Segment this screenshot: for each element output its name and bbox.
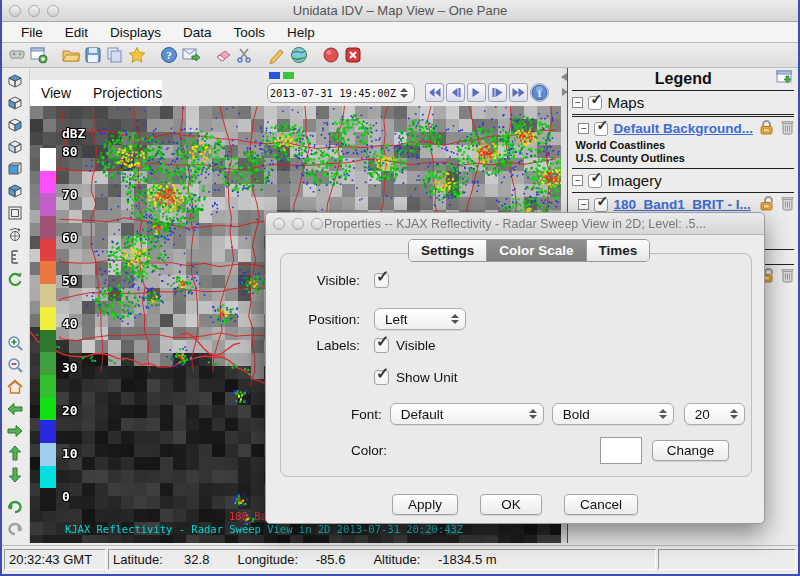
dashboard-icon[interactable] bbox=[6, 45, 28, 65]
redo-icon[interactable] bbox=[4, 518, 26, 540]
visible-checkbox[interactable]: ✓ bbox=[374, 273, 389, 288]
close-window-button[interactable] bbox=[9, 5, 21, 17]
color-scale-tick: 30 bbox=[62, 360, 78, 375]
collapse-imagery-icon[interactable]: − bbox=[572, 175, 583, 186]
band1-link[interactable]: 180_Band1_BRIT - I... bbox=[613, 197, 753, 212]
view-front-cube-icon[interactable] bbox=[4, 158, 26, 180]
rotate-view-icon[interactable] bbox=[4, 224, 26, 246]
vertical-scale-icon[interactable] bbox=[4, 246, 26, 268]
time-selector[interactable]: 2013-07-31 19:45:00Z bbox=[267, 83, 415, 103]
animation-controls: i bbox=[425, 83, 549, 102]
dialog-tabs: Settings Color Scale Times bbox=[408, 239, 650, 262]
maps-category-label: Maps bbox=[607, 94, 644, 111]
auto-rotate-icon[interactable] bbox=[4, 268, 26, 290]
trash-icon[interactable] bbox=[781, 119, 794, 139]
go-last-button[interactable] bbox=[509, 83, 528, 102]
cancel-button[interactable]: Cancel bbox=[564, 494, 638, 515]
apply-button[interactable]: Apply bbox=[392, 494, 458, 515]
font-label: Font: bbox=[351, 407, 382, 422]
dialog-minimize-button[interactable] bbox=[292, 218, 304, 230]
font-size-dropdown[interactable]: 20 bbox=[684, 403, 745, 425]
tab-settings[interactable]: Settings bbox=[409, 240, 487, 261]
step-forward-button[interactable] bbox=[488, 83, 507, 102]
legend-category-imagery: − ✓ Imagery bbox=[572, 170, 794, 191]
zoom-in-icon[interactable] bbox=[4, 332, 26, 354]
status-bar: 20:32:43 GMT Latitude: 32.8 Longitude: -… bbox=[2, 545, 798, 572]
band1-visibility-checkbox[interactable]: ✓ bbox=[594, 198, 608, 212]
trash-icon[interactable] bbox=[781, 267, 794, 287]
menu-help[interactable]: Help bbox=[278, 24, 324, 41]
lock-closed-icon[interactable] bbox=[758, 119, 775, 139]
default-background-link[interactable]: Default Background... bbox=[613, 121, 753, 136]
zoom-window-button[interactable] bbox=[47, 5, 59, 17]
zoom-out-icon[interactable] bbox=[4, 354, 26, 376]
time-value: 2013-07-31 19:45:00Z bbox=[268, 87, 398, 99]
font-family-dropdown[interactable]: Default bbox=[390, 403, 544, 425]
minimize-window-button[interactable] bbox=[28, 5, 40, 17]
stop-record-icon[interactable] bbox=[320, 45, 342, 65]
dialog-zoom-button[interactable] bbox=[311, 218, 323, 230]
collapse-maps-icon[interactable]: − bbox=[572, 97, 583, 108]
dialog-close-button[interactable] bbox=[273, 218, 285, 230]
save-icon[interactable] bbox=[82, 45, 104, 65]
help-icon[interactable]: ? bbox=[158, 45, 180, 65]
menu-displays[interactable]: Displays bbox=[101, 24, 170, 41]
dialog-title: Properties -- KJAX Reflectivity - Radar … bbox=[266, 217, 764, 231]
position-dropdown[interactable]: Left bbox=[374, 308, 466, 330]
position-label: Position: bbox=[280, 312, 360, 327]
menu-data[interactable]: Data bbox=[174, 24, 221, 41]
pan-right-icon[interactable] bbox=[4, 420, 26, 442]
eraser-icon[interactable] bbox=[212, 45, 234, 65]
animation-properties-button[interactable]: i bbox=[530, 83, 549, 102]
play-button[interactable] bbox=[467, 83, 486, 102]
ok-button[interactable]: OK bbox=[480, 494, 542, 515]
remove-icon[interactable] bbox=[342, 45, 364, 65]
view-top-cube-icon[interactable] bbox=[4, 70, 26, 92]
open-folder-icon[interactable] bbox=[60, 45, 82, 65]
view-left-cube-icon[interactable] bbox=[4, 136, 26, 158]
maps-visibility-checkbox[interactable]: ✓ bbox=[588, 96, 602, 110]
color-scale-tick: 50 bbox=[62, 273, 78, 288]
change-color-button[interactable]: Change bbox=[652, 440, 729, 461]
menu-tools[interactable]: Tools bbox=[225, 24, 275, 41]
labels-visible-checkbox[interactable]: ✓ bbox=[374, 338, 389, 353]
menu-view[interactable]: View bbox=[30, 85, 82, 101]
collapse-item-icon[interactable]: − bbox=[578, 199, 589, 210]
main-window: Unidata IDV – Map View – One Pane File E… bbox=[0, 0, 800, 576]
new-window-icon[interactable] bbox=[28, 45, 50, 65]
trash-icon[interactable] bbox=[781, 195, 794, 215]
show-unit-checkbox[interactable]: ✓ bbox=[374, 370, 389, 385]
legend-separator bbox=[572, 114, 794, 115]
undo-icon[interactable] bbox=[4, 496, 26, 518]
collapse-left-icon[interactable] bbox=[561, 73, 567, 81]
view-right-cube-icon[interactable] bbox=[4, 114, 26, 136]
pan-left-icon[interactable] bbox=[4, 398, 26, 420]
go-first-button[interactable] bbox=[425, 83, 444, 102]
collapse-item-icon[interactable]: − bbox=[578, 123, 589, 134]
font-style-dropdown[interactable]: Bold bbox=[552, 403, 674, 425]
pan-up-icon[interactable] bbox=[4, 442, 26, 464]
home-view-icon[interactable] bbox=[4, 376, 26, 398]
edit-pencil-icon[interactable] bbox=[266, 45, 288, 65]
tab-times[interactable]: Times bbox=[587, 240, 650, 261]
menu-edit[interactable]: Edit bbox=[56, 24, 97, 41]
pan-down-icon[interactable] bbox=[4, 464, 26, 486]
view-back-cube-icon[interactable] bbox=[4, 180, 26, 202]
cut-scissors-icon[interactable] bbox=[234, 45, 256, 65]
favorites-star-icon[interactable] bbox=[126, 45, 148, 65]
step-back-button[interactable] bbox=[446, 83, 465, 102]
menu-file[interactable]: File bbox=[12, 24, 52, 41]
globe-icon[interactable] bbox=[288, 45, 310, 65]
support-message-icon[interactable] bbox=[180, 45, 202, 65]
perspective-view-icon[interactable] bbox=[4, 202, 26, 224]
legend-item-default-background: − ✓ Default Background... bbox=[578, 118, 794, 139]
labels-visible-label: Visible bbox=[396, 338, 436, 353]
imagery-visibility-checkbox[interactable]: ✓ bbox=[588, 174, 602, 188]
copy-icon[interactable] bbox=[104, 45, 126, 65]
default-background-checkbox[interactable]: ✓ bbox=[594, 122, 608, 136]
menu-projections[interactable]: Projections bbox=[82, 85, 173, 101]
legend-category-maps: − ✓ Maps bbox=[572, 92, 794, 113]
view-bottom-cube-icon[interactable] bbox=[4, 92, 26, 114]
tab-color-scale[interactable]: Color Scale bbox=[487, 240, 586, 261]
float-legend-icon[interactable] bbox=[776, 70, 793, 89]
